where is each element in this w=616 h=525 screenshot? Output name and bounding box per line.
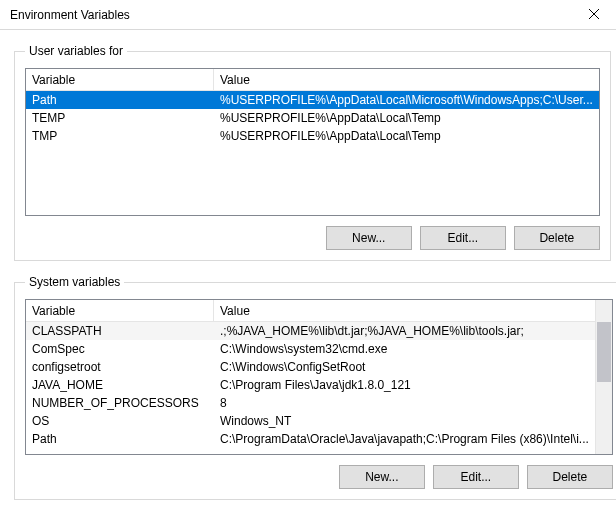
cell-value: %USERPROFILE%\AppData\Local\Temp <box>214 111 599 125</box>
scrollbar-thumb[interactable] <box>597 322 611 382</box>
cell-value: .;%JAVA_HOME%\lib\dt.jar;%JAVA_HOME%\lib… <box>214 324 595 338</box>
user-table-header: Variable Value <box>26 69 599 91</box>
system-variables-legend: System variables <box>25 275 124 289</box>
window-title: Environment Variables <box>10 8 130 22</box>
table-row[interactable]: TEMP %USERPROFILE%\AppData\Local\Temp <box>26 109 599 127</box>
system-buttons: New... Edit... Delete <box>25 465 613 489</box>
table-row[interactable]: CLASSPATH .;%JAVA_HOME%\lib\dt.jar;%JAVA… <box>26 322 595 340</box>
cell-value: C:\Program Files\Java\jdk1.8.0_121 <box>214 378 595 392</box>
cell-variable: TEMP <box>26 111 214 125</box>
table-row[interactable]: Path C:\ProgramData\Oracle\Java\javapath… <box>26 430 595 448</box>
system-delete-button[interactable]: Delete <box>527 465 613 489</box>
user-new-button[interactable]: New... <box>326 226 412 250</box>
user-variables-legend: User variables for <box>25 44 127 58</box>
user-header-variable[interactable]: Variable <box>26 69 214 90</box>
user-header-value[interactable]: Value <box>214 69 599 90</box>
cell-variable: TMP <box>26 129 214 143</box>
table-row[interactable]: TMP %USERPROFILE%\AppData\Local\Temp <box>26 127 599 145</box>
user-variables-group: User variables for Variable Value Path %… <box>14 44 611 261</box>
system-variables-group: System variables Variable Value CLASSPAT… <box>14 275 616 500</box>
cell-value: 8 <box>214 396 595 410</box>
cell-value: Windows_NT <box>214 414 595 428</box>
cell-variable: JAVA_HOME <box>26 378 214 392</box>
system-table-header: Variable Value <box>26 300 612 322</box>
cell-value: %USERPROFILE%\AppData\Local\Temp <box>214 129 599 143</box>
system-new-button[interactable]: New... <box>339 465 425 489</box>
cell-value: C:\Windows\ConfigSetRoot <box>214 360 595 374</box>
table-row[interactable]: Path %USERPROFILE%\AppData\Local\Microso… <box>26 91 599 109</box>
user-delete-button[interactable]: Delete <box>514 226 600 250</box>
table-row[interactable]: JAVA_HOME C:\Program Files\Java\jdk1.8.0… <box>26 376 595 394</box>
cell-value: %USERPROFILE%\AppData\Local\Microsoft\Wi… <box>214 93 599 107</box>
system-variables-table[interactable]: Variable Value CLASSPATH .;%JAVA_HOME%\l… <box>25 299 613 455</box>
close-button[interactable] <box>571 0 616 30</box>
dialog-content: User variables for Variable Value Path %… <box>0 30 616 500</box>
system-header-value[interactable]: Value <box>214 300 595 321</box>
table-row[interactable]: ComSpec C:\Windows\system32\cmd.exe <box>26 340 595 358</box>
system-header-variable[interactable]: Variable <box>26 300 214 321</box>
user-buttons: New... Edit... Delete <box>25 226 600 250</box>
system-edit-button[interactable]: Edit... <box>433 465 519 489</box>
cell-variable: configsetroot <box>26 360 214 374</box>
table-row[interactable]: NUMBER_OF_PROCESSORS 8 <box>26 394 595 412</box>
titlebar: Environment Variables <box>0 0 616 30</box>
user-variables-table[interactable]: Variable Value Path %USERPROFILE%\AppDat… <box>25 68 600 216</box>
table-row[interactable]: configsetroot C:\Windows\ConfigSetRoot <box>26 358 595 376</box>
cell-variable: Path <box>26 93 214 107</box>
user-rows: Path %USERPROFILE%\AppData\Local\Microso… <box>26 91 599 145</box>
cell-value: C:\ProgramData\Oracle\Java\javapath;C:\P… <box>214 432 595 446</box>
table-row[interactable]: OS Windows_NT <box>26 412 595 430</box>
system-rows: CLASSPATH .;%JAVA_HOME%\lib\dt.jar;%JAVA… <box>26 322 595 448</box>
cell-variable: OS <box>26 414 214 428</box>
system-scrollbar[interactable] <box>595 300 612 454</box>
cell-variable: Path <box>26 432 214 446</box>
cell-variable: CLASSPATH <box>26 324 214 338</box>
close-icon <box>589 8 599 22</box>
cell-value: C:\Windows\system32\cmd.exe <box>214 342 595 356</box>
cell-variable: ComSpec <box>26 342 214 356</box>
user-edit-button[interactable]: Edit... <box>420 226 506 250</box>
cell-variable: NUMBER_OF_PROCESSORS <box>26 396 214 410</box>
